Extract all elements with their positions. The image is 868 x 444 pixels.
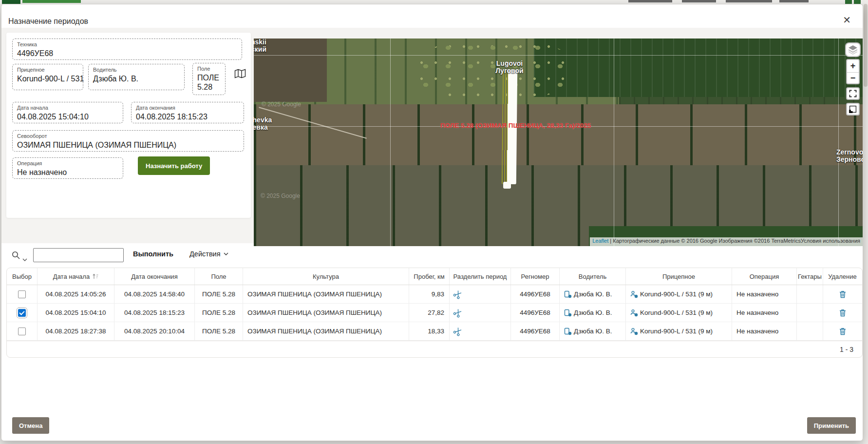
cell-mileage: 18,33: [409, 322, 450, 340]
header-regnumber[interactable]: Регномер: [511, 268, 560, 285]
close-icon[interactable]: ✕: [843, 15, 851, 25]
end-date-value: 04.08.2025 18:15:23: [136, 112, 239, 122]
cell-start-date: 04.08.2025 15:04:10: [38, 304, 114, 322]
split-period-button[interactable]: [454, 290, 462, 298]
header-delete: Удаление: [823, 268, 862, 285]
header-culture[interactable]: Культура: [243, 268, 409, 285]
header-field[interactable]: Поле: [195, 268, 243, 285]
cell-regnumber: 4496УЕ68: [511, 304, 560, 322]
assign-driver-icon[interactable]: [564, 309, 572, 317]
end-date-field[interactable]: Дата окончания 04.08.2025 18:15:23: [131, 102, 244, 123]
driver-label: Водитель: [93, 67, 180, 73]
map-watermark: © 2025 Google: [262, 101, 301, 108]
zoom-out-button[interactable]: −: [847, 73, 859, 85]
field-label: Поле: [197, 66, 221, 72]
header-hectares[interactable]: Гектары: [797, 268, 823, 285]
town-label-ru: Луговой: [475, 67, 544, 75]
table-row: 04.08.2025 15:04:10 04.08.2025 18:15:23 …: [7, 304, 862, 322]
terrain-patch: [534, 39, 863, 97]
assign-work-button[interactable]: Назначить работу: [138, 156, 210, 175]
cell-regnumber: 4496УЕ68: [511, 322, 560, 340]
cell-start-date: 04.08.2025 18:27:38: [38, 322, 114, 340]
start-date-field[interactable]: Дата начала 04.08.2025 15:04:10: [12, 102, 123, 123]
field-field[interactable]: Поле ПОЛЕ 5.28: [192, 63, 226, 95]
page-scrollbar-thumb[interactable]: [864, 4, 868, 87]
header-mileage[interactable]: Пробег, км: [409, 268, 450, 285]
town-label-en: nskii: [254, 39, 266, 46]
search-icon[interactable]: [11, 251, 21, 262]
table-header-row: Выбор Дата начала Дата окончания Поле Ку…: [7, 268, 862, 285]
cancel-button[interactable]: Отмена: [12, 417, 49, 434]
delete-button[interactable]: [839, 309, 846, 317]
assign-driver-icon[interactable]: [564, 328, 572, 335]
assign-trailer-icon[interactable]: [630, 328, 638, 335]
fullscreen-button[interactable]: [846, 87, 860, 100]
split-period-button[interactable]: [454, 309, 462, 317]
split-period-button[interactable]: [454, 328, 462, 335]
background-page-header-sliver: [0, 0, 868, 4]
delete-button[interactable]: [839, 328, 846, 335]
assign-trailer-icon[interactable]: [630, 290, 638, 298]
map-gridline: [390, 39, 391, 246]
crop-rotation-field[interactable]: Севооборот ОЗИМАЯ ПШЕНИЦА (ОЗИМАЯ ПШЕНИЦ…: [12, 130, 244, 152]
delete-button[interactable]: [839, 290, 846, 298]
cell-trailer: Korund-900-L / 531 (9 м): [640, 309, 713, 316]
town-label-achevka: achevka ачевка: [254, 116, 272, 131]
dialog-title: Назначение периодов: [8, 17, 88, 26]
equipment-field[interactable]: Техника 4496УЕ68: [12, 39, 242, 60]
start-date-value: 04.08.2025 15:04:10: [17, 112, 118, 122]
sort-ascending-icon: [92, 273, 98, 279]
search-input[interactable]: [33, 248, 124, 262]
layers-control-button[interactable]: [845, 42, 861, 57]
execute-button[interactable]: Выполнить: [133, 250, 173, 258]
leaflet-link[interactable]: Leaflet: [592, 238, 608, 244]
cell-regnumber: 4496УЕ68: [511, 285, 560, 303]
zoom-control: + −: [846, 59, 860, 84]
town-label-zernovo: Zernovo Зерново: [836, 149, 863, 163]
driver-field[interactable]: Водитель Дзюба Ю. В.: [88, 64, 185, 90]
start-date-label: Дата начала: [17, 105, 118, 111]
minimap-button[interactable]: [846, 103, 860, 116]
end-date-label: Дата окончания: [136, 105, 239, 111]
assign-trailer-icon[interactable]: [630, 309, 638, 317]
cell-hectares: [797, 304, 823, 322]
header-operation[interactable]: Операция: [732, 268, 797, 285]
map-gridline: [614, 39, 614, 246]
header-end-date[interactable]: Дата окончания: [114, 268, 195, 285]
cell-end-date: 04.08.2025 20:10:04: [114, 322, 195, 340]
chevron-down-icon: [224, 252, 228, 255]
header-driver[interactable]: Водитель: [560, 268, 626, 285]
header-select: Выбор: [7, 268, 38, 285]
actions-label: Действия: [189, 250, 221, 258]
row-checkbox[interactable]: [18, 328, 26, 335]
row-checkbox[interactable]: [18, 290, 26, 298]
vehicle-track-overlay: [503, 182, 511, 189]
town-label-ru: Зерново: [836, 156, 863, 163]
trailer-field[interactable]: Прицепное Korund-900-L / 531: [12, 64, 83, 90]
satellite-map[interactable]: © 2025 Google © 2025 Google Lugovoi Луго…: [254, 39, 863, 246]
cell-hectares: [797, 285, 823, 303]
cell-mileage: 27,82: [409, 304, 450, 322]
row-checkbox[interactable]: [18, 309, 26, 317]
search-options-chevron-icon[interactable]: [22, 254, 27, 263]
map-icon[interactable]: [234, 69, 246, 78]
header-split-period[interactable]: Разделить период: [450, 268, 511, 285]
assign-driver-icon[interactable]: [564, 290, 572, 298]
header-trailer[interactable]: Прицепное: [626, 268, 732, 285]
header-start-date[interactable]: Дата начала: [38, 268, 114, 285]
actions-menu-button[interactable]: Действия: [189, 250, 228, 258]
menu-sliver: [726, 0, 772, 2]
page-scrollbar-track[interactable]: [863, 0, 868, 444]
apply-button[interactable]: Применить: [807, 417, 856, 434]
cell-driver: Дзюба Ю. В.: [574, 309, 612, 316]
operation-field[interactable]: Операция Не назначено: [12, 157, 123, 179]
town-label-en: Zernovo: [836, 149, 863, 156]
zoom-in-button[interactable]: +: [847, 60, 859, 73]
layers-icon: [848, 45, 858, 55]
terms-link[interactable]: Условия использования: [801, 238, 860, 244]
operation-value: Не назначено: [17, 168, 118, 177]
cell-field: ПОЛЕ 5.28: [195, 322, 243, 340]
map-gridline: [838, 39, 839, 246]
periods-table: Выбор Дата начала Дата окончания Поле Ку…: [6, 268, 863, 358]
equipment-value: 4496УЕ68: [17, 49, 237, 58]
